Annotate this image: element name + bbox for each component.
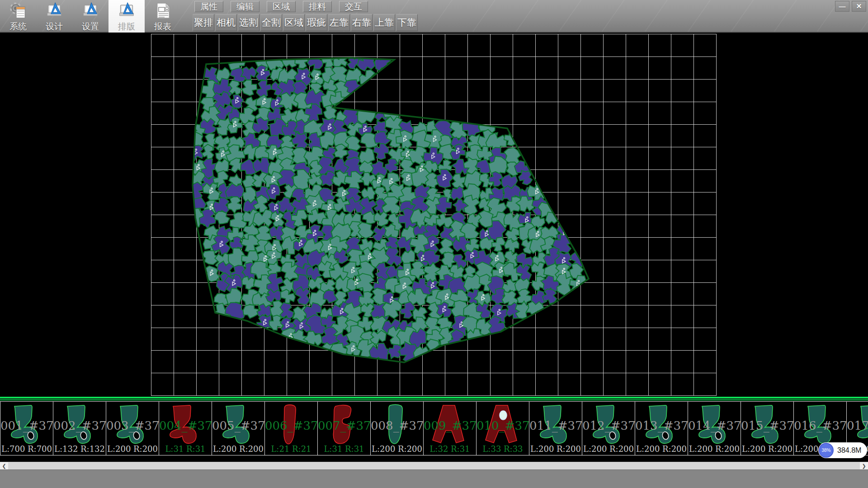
piece-lr-count: L:132 R:132 (53, 444, 106, 454)
thumbnail-005[interactable]: 005_#37 L:200 R:200 (212, 401, 265, 455)
piece-lr-count: L:200 R:200 (371, 444, 423, 454)
leather-hide-nest[interactable] (0, 33, 868, 397)
piece-name: 005_#37 (212, 419, 264, 432)
design-icon (45, 1, 64, 20)
btn-camera[interactable]: 相机 (215, 14, 237, 31)
memory-usage-badge: 38% 384.8M (818, 442, 867, 458)
piece-name: 006_#37 (265, 419, 317, 432)
piece-name: 001_#37 (0, 419, 53, 432)
btn-align-left[interactable]: 左靠 (328, 14, 350, 31)
btn-cluster-nest[interactable]: 聚排 (193, 14, 214, 31)
piece-name: 009_#37 (424, 419, 476, 432)
thumbnail-010[interactable]: 010_#37 L:33 R:33 (476, 401, 529, 455)
piece-name: 007_#37 (318, 419, 370, 432)
btn-select-cut[interactable]: 选割 (238, 14, 259, 31)
piece-lr-count: L:31 R:31 (159, 444, 212, 454)
tab-design-label: 设计 (46, 21, 63, 33)
memory-amount: 384.8M (837, 446, 861, 455)
report-icon (153, 1, 172, 20)
thumbnail-list: 001_#37 L:700 R:700 002_#37 L:132 R:132 … (0, 401, 868, 456)
status-bar (0, 469, 868, 488)
system-gear-icon (9, 1, 28, 20)
thumbnail-015[interactable]: 015_#37 L:200 R:200 (741, 401, 794, 455)
piece-name: 003_#37 (106, 419, 159, 432)
piece-lr-count: L:200 R:200 (688, 444, 741, 454)
piece-name: 013_#37 (635, 419, 688, 432)
thumbnail-009[interactable]: 009_#37 L:32 R:31 (423, 401, 476, 455)
menu-edit[interactable]: 编辑 (231, 1, 259, 12)
piece-name: 002_#37 (53, 419, 106, 432)
tab-design[interactable]: 设计 (36, 0, 72, 33)
thumbnail-012[interactable]: 012_#37 L:200 R:200 (582, 401, 635, 455)
thumbnail-006[interactable]: 006_#37 L:21 R:21 (264, 401, 318, 455)
thumbnail-011[interactable]: 011_#37 L:200 R:200 (529, 401, 582, 455)
piece-lr-count: L:200 R:200 (741, 444, 793, 454)
window-controls: — ✕ (835, 1, 866, 12)
btn-align-bottom[interactable]: 下靠 (396, 14, 418, 31)
thumbnail-014[interactable]: 014_#37 L:200 R:200 (688, 401, 741, 455)
menu-interaction[interactable]: 交互 (339, 1, 368, 12)
piece-lr-count: L:33 R:33 (476, 444, 529, 454)
piece-lr-count: L:32 R:31 (424, 444, 476, 454)
btn-defect[interactable]: 瑕疵 (306, 14, 327, 31)
close-button[interactable]: ✕ (852, 1, 866, 12)
menu-nesting[interactable]: 排料 (303, 1, 332, 12)
thumbnail-001[interactable]: 001_#37 L:700 R:700 (0, 401, 53, 455)
piece-lr-count: L:21 R:21 (265, 444, 317, 454)
piece-name: 004_#37 (159, 419, 212, 432)
mode-tabs: 系统 设计 设置 (0, 0, 181, 33)
scroll-right-arrow-icon[interactable]: ❯ (860, 462, 868, 470)
menu-region[interactable]: 区域 (267, 1, 296, 12)
tab-report[interactable]: 报表 (145, 0, 181, 33)
piece-name: 012_#37 (582, 419, 635, 432)
nesting-app-window: 系统 设计 设置 (0, 0, 868, 488)
piece-lr-count: L:31 R:31 (318, 444, 370, 454)
tab-layout[interactable]: 排版 (108, 0, 145, 33)
btn-cut-all[interactable]: 全割 (260, 14, 282, 31)
piece-lr-count: L:200 R:200 (582, 444, 635, 454)
thumbnail-008[interactable]: 008_#37 L:200 R:200 (370, 401, 424, 455)
tab-layout-label: 排版 (118, 21, 135, 33)
tab-system[interactable]: 系统 (0, 0, 36, 33)
tab-report-label: 报表 (154, 21, 171, 33)
minimize-button[interactable]: — (835, 1, 849, 12)
thumbnail-004[interactable]: 004_#37 L:31 R:31 (159, 401, 212, 455)
nesting-canvas-area[interactable] (0, 33, 868, 397)
piece-lr-count: L:700 R:700 (0, 444, 53, 454)
horizontal-scrollbar[interactable]: ❮ ❯ (0, 462, 868, 469)
piece-name: 017_#37 (847, 419, 868, 432)
layout-icon (117, 1, 136, 20)
scroll-left-arrow-icon[interactable]: ❮ (0, 462, 8, 470)
piece-name: 010_#37 (476, 419, 529, 432)
piece-name: 015_#37 (741, 419, 793, 432)
tab-settings[interactable]: 设置 (72, 0, 108, 33)
piece-name: 016_#37 (794, 419, 846, 432)
tab-system-label: 系统 (9, 21, 27, 33)
piece-name: 008_#37 (371, 419, 423, 432)
settings-icon (81, 1, 100, 20)
tool-buttons: 聚排 相机 选割 全割 区域 瑕疵 左靠 右靠 上靠 下靠 (193, 14, 419, 32)
btn-zone[interactable]: 区域 (283, 14, 305, 31)
piece-thumbnail-strip: 001_#37 L:700 R:700 002_#37 L:132 R:132 … (0, 397, 868, 455)
thumbnail-007[interactable]: 007_#37 L:31 R:31 (317, 401, 371, 455)
piece-lr-count: L:200 R:200 (106, 444, 159, 454)
thumbnail-003[interactable]: 003_#37 L:200 R:200 (106, 401, 159, 455)
thumbnail-002[interactable]: 002_#37 L:132 R:132 (53, 401, 106, 455)
menu-bar: 属性 编辑 区域 排料 交互 (194, 1, 375, 13)
piece-name: 014_#37 (688, 419, 741, 432)
piece-lr-count: L:200 R:200 (635, 444, 688, 454)
tab-settings-label: 设置 (82, 21, 99, 33)
btn-align-top[interactable]: 上靠 (373, 14, 395, 31)
piece-lr-count: L:200 R:200 (529, 444, 582, 454)
memory-percent-indicator: 38% (819, 443, 834, 458)
btn-align-right[interactable]: 右靠 (351, 14, 373, 31)
toolbar: 系统 设计 设置 (0, 0, 868, 33)
piece-name: 011_#37 (529, 419, 582, 432)
menu-properties[interactable]: 属性 (194, 1, 223, 12)
piece-lr-count: L:200 R:200 (212, 444, 264, 454)
thumbnail-013[interactable]: 013_#37 L:200 R:200 (635, 401, 688, 455)
